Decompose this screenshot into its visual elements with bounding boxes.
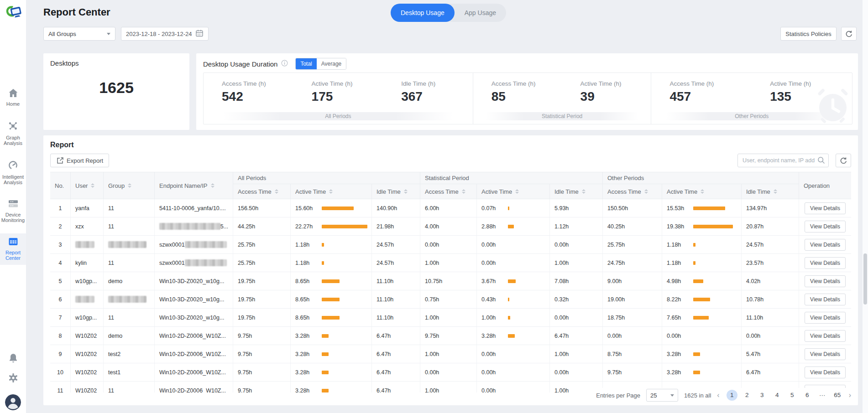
cell-idle-time: 6.47h <box>742 363 799 381</box>
report-title: Report <box>50 141 74 149</box>
usage-tabs: Desktop UsageApp Usage <box>391 4 506 22</box>
sort-icon[interactable] <box>644 189 648 194</box>
redacted-text <box>75 296 94 303</box>
sidebar: HomeGraph AnalysisIntelligent AnalysisDe… <box>0 0 26 413</box>
group-filter-select[interactable]: All Groups <box>43 27 115 41</box>
header-operation: Operation <box>799 172 851 199</box>
info-icon[interactable] <box>281 60 288 68</box>
sort-icon[interactable] <box>404 189 408 194</box>
cell-active-time: 3.67h <box>477 272 550 290</box>
page-65[interactable]: 65 <box>832 390 843 401</box>
active-time-bar <box>322 371 329 374</box>
page-1[interactable]: 1 <box>727 390 737 401</box>
sort-icon[interactable] <box>701 189 704 194</box>
active-time-bar <box>322 334 329 338</box>
column-header-label: Operation <box>804 182 830 189</box>
time-value: 11.10h <box>376 315 393 321</box>
page-ellipsis[interactable]: ··· <box>817 390 828 401</box>
view-details-button[interactable]: View Details <box>805 367 846 378</box>
tab-desktop-usage[interactable]: Desktop Usage <box>391 4 455 22</box>
view-details-button[interactable]: View Details <box>805 221 846 232</box>
cell-user: w10gp... <box>71 272 104 290</box>
page-size-select[interactable]: 25 <box>646 389 678 402</box>
cell-text: Win10-3D-Z0020_w10g... <box>159 315 224 321</box>
page-5[interactable]: 5 <box>787 390 798 401</box>
toggle-total[interactable]: Total <box>296 58 316 69</box>
view-details-button[interactable]: View Details <box>805 294 846 305</box>
cell-access-time: 1.00h <box>420 254 477 272</box>
export-report-button[interactable]: Export Report <box>50 154 109 167</box>
cell-access-time: 1.00h <box>420 382 477 392</box>
time-value: 0.75h <box>425 296 439 303</box>
user-avatar[interactable] <box>5 394 21 410</box>
sidebar-item-report-center[interactable]: Report Center <box>0 233 26 265</box>
page-2[interactable]: 2 <box>742 390 753 401</box>
sort-icon[interactable] <box>275 189 278 194</box>
next-page-button[interactable]: › <box>849 390 851 401</box>
cell-access-time: 4.00h <box>420 217 477 235</box>
cell-group <box>104 236 155 253</box>
view-details-button[interactable]: View Details <box>805 330 846 342</box>
sort-icon[interactable] <box>91 183 94 188</box>
time-value: 0.07h <box>481 205 504 212</box>
cell-text: Win10-2D-Z0006_W10Z... <box>159 387 226 393</box>
sort-icon[interactable] <box>582 189 586 194</box>
sort-icon[interactable] <box>211 183 214 188</box>
cell-access-time: 18.75h <box>603 309 662 326</box>
view-details-button[interactable]: View Details <box>805 202 846 214</box>
scrollbar-thumb[interactable] <box>863 253 867 305</box>
cell-group: demo <box>104 327 155 345</box>
cell-endpoint: Win10-2D-Z0006_W10Z... <box>155 345 233 363</box>
page-title: Report Center <box>43 6 110 18</box>
sidebar-item-intelligent-analysis[interactable]: Intelligent Analysis <box>0 156 26 189</box>
sidebar-item-device-monitoring[interactable]: Device Monitoring <box>0 196 26 227</box>
page-6[interactable]: 6 <box>802 390 813 401</box>
sort-icon[interactable] <box>128 183 131 188</box>
statistics-policies-button[interactable]: Statistics Policies <box>780 27 837 41</box>
cell-text: W10Z02 <box>75 387 97 393</box>
settings-gear-icon[interactable] <box>0 373 26 383</box>
sort-icon[interactable] <box>515 189 519 194</box>
sidebar-item-home[interactable]: Home <box>0 85 26 111</box>
page-3[interactable]: 3 <box>757 390 768 401</box>
time-value: 8.65h <box>295 315 318 321</box>
pagination-bar: Entries per Page251625 in all‹123456···6… <box>590 388 851 403</box>
cell-active-time: 8.22h <box>662 290 742 308</box>
search-icon[interactable] <box>817 156 825 166</box>
refresh-button[interactable] <box>841 27 857 41</box>
cell-access-time: 9.75h <box>603 363 662 381</box>
cell-operation: View Details <box>799 345 851 363</box>
cell-active-time: 8.65h <box>291 290 372 308</box>
active-time-bar <box>693 316 709 320</box>
cell-group: 11 <box>104 254 155 272</box>
view-details-button[interactable]: View Details <box>805 257 846 269</box>
view-details-button[interactable]: View Details <box>805 348 846 360</box>
prev-page-button[interactable]: ‹ <box>717 390 719 401</box>
toggle-average[interactable]: Average <box>317 58 346 69</box>
time-value: 6.47h <box>376 333 391 339</box>
sort-icon[interactable] <box>462 189 465 194</box>
cell-idle-time: 140.90h <box>372 199 420 217</box>
cell-idle-time: 11.10h <box>742 309 799 326</box>
view-details-button[interactable]: View Details <box>805 275 846 287</box>
page-4[interactable]: 4 <box>772 390 783 401</box>
stat-group-all-periods: Access Time (h)542Active Time (h)175Idle… <box>204 73 473 124</box>
notifications-bell-icon[interactable] <box>0 353 26 364</box>
search-input[interactable] <box>737 154 829 167</box>
stat-label: Access Time (h) <box>222 80 293 87</box>
tab-app-usage[interactable]: App Usage <box>455 4 506 22</box>
cell-access-time: 24.75h <box>603 254 662 272</box>
sidebar-item-graph-analysis[interactable]: Graph Analysis <box>0 117 26 150</box>
sort-icon[interactable] <box>774 189 777 194</box>
cell-endpoint: Win10-3D-Z0020_w10g... <box>155 309 233 326</box>
active-time-bar <box>508 279 516 283</box>
date-range-picker[interactable]: 2023-12-18 - 2023-12-24 <box>121 27 209 41</box>
view-details-button[interactable]: View Details <box>805 312 846 324</box>
sort-icon[interactable] <box>329 189 333 194</box>
desktops-card-title: Desktops <box>50 59 79 67</box>
view-details-button[interactable]: View Details <box>805 239 846 251</box>
table-refresh-button[interactable] <box>836 154 851 167</box>
redacted-text <box>185 259 227 266</box>
time-value: 9.75h <box>425 333 439 339</box>
active-time-bar <box>322 261 324 265</box>
